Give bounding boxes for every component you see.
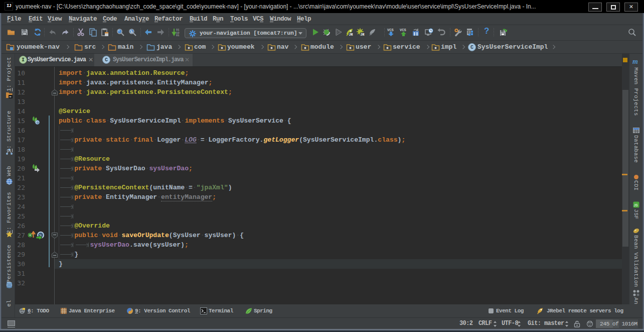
svg-text:VCS: VCS bbox=[387, 28, 394, 32]
svg-text:01: 01 bbox=[176, 34, 180, 37]
svg-text:VCS: VCS bbox=[400, 28, 406, 32]
svg-text:JR: JR bbox=[349, 33, 353, 37]
svg-text:A: A bbox=[130, 30, 133, 34]
svg-text:JR: JR bbox=[361, 33, 365, 37]
svg-text:JS: JS bbox=[634, 203, 638, 207]
